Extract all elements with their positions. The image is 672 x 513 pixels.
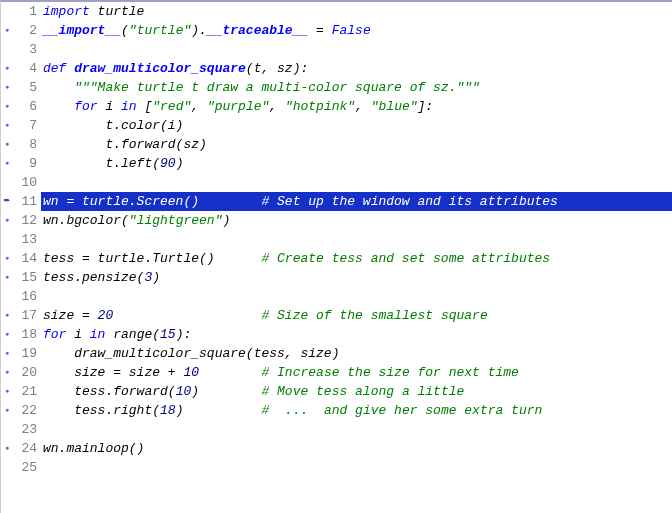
code-content[interactable]: t.color(i) [41, 116, 672, 135]
line-number: 2 [13, 21, 41, 40]
code-line[interactable]: ●24wn.mainloop() [1, 439, 672, 458]
line-number: 16 [13, 287, 41, 306]
breakpoint-marker-icon[interactable]: ● [1, 59, 13, 78]
code-line[interactable]: ●4def draw_multicolor_square(t, sz): [1, 59, 672, 78]
code-editor[interactable]: 1import turtle●2__import__("turtle").__t… [1, 2, 672, 477]
breakpoint-marker-icon[interactable]: ● [1, 154, 13, 173]
code-content[interactable]: wn.bgcolor("lightgreen") [41, 211, 672, 230]
line-number: 8 [13, 135, 41, 154]
line-number: 3 [13, 40, 41, 59]
code-line[interactable]: 25 [1, 458, 672, 477]
code-content[interactable]: size = size + 10 # Increase the size for… [41, 363, 672, 382]
breakpoint-marker-icon[interactable]: ● [1, 401, 13, 420]
breakpoint-marker-icon[interactable]: ● [1, 363, 13, 382]
line-number: 4 [13, 59, 41, 78]
line-number: 23 [13, 420, 41, 439]
code-line[interactable]: ●14tess = turtle.Turtle() # Create tess … [1, 249, 672, 268]
code-content[interactable]: tess.right(18) # ... and give her some e… [41, 401, 672, 420]
current-line-arrow-icon[interactable]: ➨ [1, 192, 13, 211]
code-line[interactable]: ●12wn.bgcolor("lightgreen") [1, 211, 672, 230]
line-number: 22 [13, 401, 41, 420]
code-line[interactable]: 3 [1, 40, 672, 59]
code-content[interactable]: draw_multicolor_square(tess, size) [41, 344, 672, 363]
code-content[interactable]: tess = turtle.Turtle() # Create tess and… [41, 249, 672, 268]
breakpoint-marker-icon[interactable]: ● [1, 97, 13, 116]
code-line[interactable]: 13 [1, 230, 672, 249]
code-line[interactable]: ●8 t.forward(sz) [1, 135, 672, 154]
line-number: 12 [13, 211, 41, 230]
code-line[interactable]: ●22 tess.right(18) # ... and give her so… [1, 401, 672, 420]
line-number: 11 [13, 192, 41, 211]
line-number: 18 [13, 325, 41, 344]
code-line[interactable]: 16 [1, 287, 672, 306]
code-content[interactable]: t.forward(sz) [41, 135, 672, 154]
code-line[interactable]: ●20 size = size + 10 # Increase the size… [1, 363, 672, 382]
line-number: 10 [13, 173, 41, 192]
line-number: 1 [13, 2, 41, 21]
line-number: 24 [13, 439, 41, 458]
code-line[interactable]: 1import turtle [1, 2, 672, 21]
code-line[interactable]: 10 [1, 173, 672, 192]
breakpoint-marker-icon[interactable]: ● [1, 268, 13, 287]
code-line[interactable]: ●21 tess.forward(10) # Move tess along a… [1, 382, 672, 401]
line-number: 14 [13, 249, 41, 268]
breakpoint-marker-icon[interactable]: ● [1, 116, 13, 135]
code-line[interactable]: ●7 t.color(i) [1, 116, 672, 135]
code-content[interactable]: def draw_multicolor_square(t, sz): [41, 59, 672, 78]
code-content[interactable]: wn = turtle.Screen() # Set up the window… [41, 192, 672, 211]
line-number: 9 [13, 154, 41, 173]
breakpoint-marker-icon[interactable]: ● [1, 249, 13, 268]
breakpoint-marker-icon[interactable]: ● [1, 344, 13, 363]
breakpoint-marker-icon[interactable]: ● [1, 306, 13, 325]
code-content[interactable]: tess.forward(10) # Move tess along a lit… [41, 382, 672, 401]
code-content[interactable]: import turtle [41, 2, 672, 21]
code-content[interactable]: t.left(90) [41, 154, 672, 173]
line-number: 15 [13, 268, 41, 287]
code-content[interactable]: tess.pensize(3) [41, 268, 672, 287]
code-line[interactable]: ●6 for i in ["red", "purple", "hotpink",… [1, 97, 672, 116]
breakpoint-marker-icon[interactable]: ● [1, 135, 13, 154]
breakpoint-marker-icon[interactable]: ● [1, 439, 13, 458]
code-line[interactable]: ●18for i in range(15): [1, 325, 672, 344]
breakpoint-marker-icon[interactable]: ● [1, 325, 13, 344]
code-content[interactable]: """Make turtle t draw a multi-color squa… [41, 78, 672, 97]
code-line[interactable]: ●15tess.pensize(3) [1, 268, 672, 287]
code-line[interactable]: 23 [1, 420, 672, 439]
line-number: 25 [13, 458, 41, 477]
code-line[interactable]: ●17size = 20 # Size of the smallest squa… [1, 306, 672, 325]
line-number: 7 [13, 116, 41, 135]
code-line[interactable]: ●19 draw_multicolor_square(tess, size) [1, 344, 672, 363]
code-content[interactable]: for i in range(15): [41, 325, 672, 344]
code-content[interactable]: for i in ["red", "purple", "hotpink", "b… [41, 97, 672, 116]
breakpoint-marker-icon[interactable]: ● [1, 21, 13, 40]
code-content[interactable]: size = 20 # Size of the smallest square [41, 306, 672, 325]
line-number: 5 [13, 78, 41, 97]
breakpoint-marker-icon[interactable]: ● [1, 78, 13, 97]
line-number: 13 [13, 230, 41, 249]
breakpoint-marker-icon[interactable]: ● [1, 211, 13, 230]
line-number: 19 [13, 344, 41, 363]
line-number: 20 [13, 363, 41, 382]
breakpoint-marker-icon[interactable]: ● [1, 382, 13, 401]
code-line[interactable]: ●5 """Make turtle t draw a multi-color s… [1, 78, 672, 97]
code-content[interactable]: wn.mainloop() [41, 439, 672, 458]
code-content[interactable]: __import__("turtle").__traceable__ = Fal… [41, 21, 672, 40]
line-number: 6 [13, 97, 41, 116]
line-number: 17 [13, 306, 41, 325]
code-line[interactable]: ●9 t.left(90) [1, 154, 672, 173]
line-number: 21 [13, 382, 41, 401]
code-line[interactable]: ●2__import__("turtle").__traceable__ = F… [1, 21, 672, 40]
code-line[interactable]: ➨11wn = turtle.Screen() # Set up the win… [1, 192, 672, 211]
